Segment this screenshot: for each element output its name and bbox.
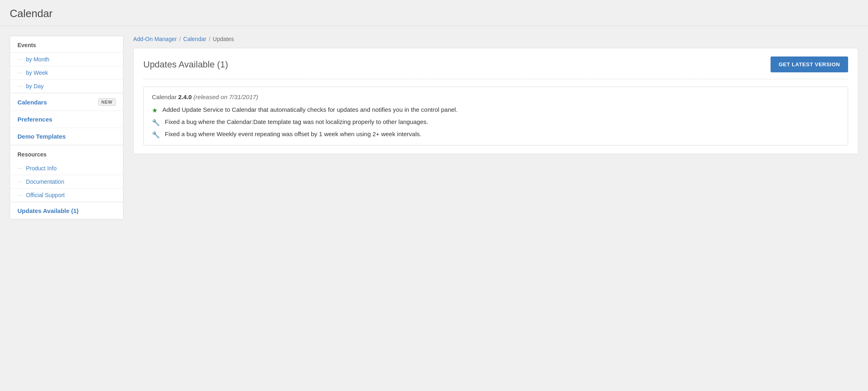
dots-icon: ··· — [17, 165, 23, 171]
sidebar-item-calendars[interactable]: Calendars NEW — [10, 93, 123, 111]
get-latest-version-button[interactable]: GET LATEST VERSION — [771, 56, 848, 72]
breadcrumb: Add-On Manager / Calendar / Updates — [133, 36, 858, 42]
new-badge: NEW — [98, 98, 116, 106]
sidebar-item-by-week[interactable]: ··· by Week — [10, 66, 123, 80]
breadcrumb-separator-1: / — [179, 36, 181, 42]
changelog-text-1: Fixed a bug where the Calendar:Date temp… — [165, 118, 428, 125]
update-item-header: Calendar 2.4.0 (released on 7/31/2017) — [152, 93, 840, 100]
sidebar-item-by-month[interactable]: ··· by Month — [10, 53, 123, 66]
documentation-label: Documentation — [26, 178, 64, 185]
changelog-item-2: 🔧 Fixed a bug where Weekly event repeati… — [152, 130, 840, 139]
update-version: 2.4.0 — [178, 93, 192, 100]
changelog-item-1: 🔧 Fixed a bug where the Calendar:Date te… — [152, 118, 840, 126]
breadcrumb-calendar[interactable]: Calendar — [183, 36, 206, 42]
dots-icon: ··· — [17, 56, 23, 62]
updates-label: Updates Available (1) — [17, 207, 79, 214]
calendars-label: Calendars — [17, 99, 47, 106]
events-section-title: Events — [10, 36, 123, 53]
content-card-header: Updates Available (1) GET LATEST VERSION — [143, 56, 848, 79]
content-card: Updates Available (1) GET LATEST VERSION… — [133, 48, 858, 154]
changelog-text-0: Added Update Service to Calendar that au… — [162, 106, 458, 113]
sidebar-item-documentation[interactable]: ··· Documentation — [10, 175, 123, 189]
sidebar-item-updates[interactable]: Updates Available (1) — [10, 202, 123, 219]
page-title: Calendar — [10, 7, 858, 20]
breadcrumb-current: Updates — [213, 36, 234, 42]
update-release-date: (released on 7/31/2017) — [194, 93, 258, 100]
wrench-icon-2: 🔧 — [152, 131, 160, 139]
dots-icon: ··· — [17, 70, 23, 76]
update-product-name: Calendar — [152, 93, 177, 100]
breadcrumb-separator-2: / — [209, 36, 210, 42]
star-icon: ★ — [152, 106, 158, 114]
dots-icon: ··· — [17, 179, 23, 185]
by-week-label: by Week — [26, 70, 48, 76]
by-month-label: by Month — [26, 56, 50, 63]
sidebar-item-demo-templates[interactable]: Demo Templates — [10, 128, 123, 145]
section-title: Updates Available (1) — [143, 59, 228, 70]
breadcrumb-addon-manager[interactable]: Add-On Manager — [133, 36, 177, 42]
dots-icon: ··· — [17, 192, 23, 198]
resources-section-title: Resources — [10, 145, 123, 162]
changelog-list: ★ Added Update Service to Calendar that … — [152, 106, 840, 139]
sidebar-item-official-support[interactable]: ··· Official Support — [10, 189, 123, 202]
sidebar-item-preferences[interactable]: Preferences — [10, 111, 123, 128]
sidebar-item-by-day[interactable]: ··· by Day — [10, 80, 123, 93]
main-content: Add-On Manager / Calendar / Updates Upda… — [133, 36, 858, 154]
preferences-label: Preferences — [17, 116, 52, 123]
sidebar: Events ··· by Month ··· by Week ··· by D… — [10, 36, 123, 219]
changelog-text-2: Fixed a bug where Weekly event repeating… — [165, 130, 421, 137]
page-body: Events ··· by Month ··· by Week ··· by D… — [0, 26, 868, 229]
wrench-icon-1: 🔧 — [152, 119, 160, 126]
changelog-item-0: ★ Added Update Service to Calendar that … — [152, 106, 840, 114]
product-info-label: Product Info — [26, 165, 57, 172]
by-day-label: by Day — [26, 83, 44, 89]
update-item: Calendar 2.4.0 (released on 7/31/2017) ★… — [143, 87, 848, 146]
sidebar-item-product-info[interactable]: ··· Product Info — [10, 162, 123, 175]
demo-templates-label: Demo Templates — [17, 133, 66, 140]
dots-icon: ··· — [17, 83, 23, 89]
page-header: Calendar — [0, 0, 868, 26]
official-support-label: Official Support — [26, 192, 65, 198]
